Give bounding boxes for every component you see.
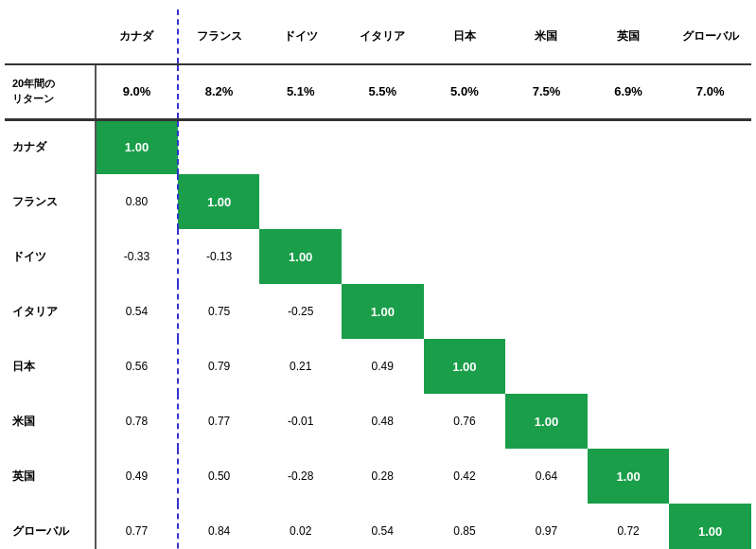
cell-4-0: 0.56 xyxy=(96,339,178,394)
table-row: 米国0.780.77-0.010.480.761.00 xyxy=(5,394,751,449)
correlation-table-wrapper: カナダ フランス ドイツ イタリア 日本 米国 英国 グローバル 20年間の リ… xyxy=(0,0,756,549)
cell-7-1: 0.84 xyxy=(178,504,260,549)
cell-7-5: 0.97 xyxy=(505,504,588,549)
cell-4-1: 0.79 xyxy=(178,339,260,394)
cell-0-3 xyxy=(342,119,424,174)
cell-3-0: 0.54 xyxy=(96,284,178,339)
row-label: イタリア xyxy=(5,284,96,339)
cell-2-5 xyxy=(505,229,588,284)
row-label: 米国 xyxy=(5,394,96,449)
row-label: フランス xyxy=(5,174,96,229)
cell-4-6 xyxy=(588,339,670,394)
cell-4-2: 0.21 xyxy=(259,339,342,394)
cell-5-4: 0.76 xyxy=(424,394,506,449)
header-italy: イタリア xyxy=(342,9,424,64)
cell-5-1: 0.77 xyxy=(178,394,260,449)
table-row: グローバル0.770.840.020.540.850.970.721.00 xyxy=(5,504,751,549)
correlation-table: カナダ フランス ドイツ イタリア 日本 米国 英国 グローバル 20年間の リ… xyxy=(5,9,751,549)
cell-0-7 xyxy=(669,119,751,174)
header-japan: 日本 xyxy=(424,9,506,64)
table-row: イタリア0.540.75-0.251.00 xyxy=(5,284,751,339)
cell-4-5 xyxy=(505,339,588,394)
row-label: ドイツ xyxy=(5,229,96,284)
cell-6-4: 0.42 xyxy=(424,449,506,504)
cell-1-7 xyxy=(669,174,751,229)
returns-italy: 5.5% xyxy=(342,64,424,119)
cell-2-2: 1.00 xyxy=(259,229,342,284)
header-global: グローバル xyxy=(669,9,751,64)
cell-0-4 xyxy=(424,119,506,174)
cell-4-4: 1.00 xyxy=(424,339,506,394)
cell-5-3: 0.48 xyxy=(342,394,424,449)
cell-6-5: 0.64 xyxy=(505,449,588,504)
returns-global: 7.0% xyxy=(669,64,751,119)
header-row: カナダ フランス ドイツ イタリア 日本 米国 英国 グローバル xyxy=(5,9,751,64)
cell-5-0: 0.78 xyxy=(96,394,178,449)
cell-1-5 xyxy=(505,174,588,229)
cell-0-2 xyxy=(259,119,342,174)
cell-0-6 xyxy=(588,119,670,174)
cell-3-4 xyxy=(424,284,506,339)
cell-1-0: 0.80 xyxy=(96,174,178,229)
table-row: 日本0.560.790.210.491.00 xyxy=(5,339,751,394)
cell-6-6: 1.00 xyxy=(588,449,670,504)
cell-2-7 xyxy=(669,229,751,284)
cell-6-2: -0.28 xyxy=(259,449,342,504)
cell-2-0: -0.33 xyxy=(96,229,178,284)
returns-germany: 5.1% xyxy=(259,64,342,119)
cell-7-0: 0.77 xyxy=(96,504,178,549)
cell-3-2: -0.25 xyxy=(259,284,342,339)
cell-0-5 xyxy=(505,119,588,174)
row-label: 英国 xyxy=(5,449,96,504)
cell-1-3 xyxy=(342,174,424,229)
cell-1-2 xyxy=(259,174,342,229)
cell-3-7 xyxy=(669,284,751,339)
header-germany: ドイツ xyxy=(259,9,342,64)
cell-2-1: -0.13 xyxy=(178,229,260,284)
cell-6-0: 0.49 xyxy=(96,449,178,504)
returns-usa: 7.5% xyxy=(505,64,588,119)
cell-3-5 xyxy=(505,284,588,339)
returns-canada: 9.0% xyxy=(96,64,178,119)
cell-7-3: 0.54 xyxy=(342,504,424,549)
header-canada: カナダ xyxy=(96,9,178,64)
cell-4-7 xyxy=(669,339,751,394)
table-row: ドイツ-0.33-0.131.00 xyxy=(5,229,751,284)
cell-6-3: 0.28 xyxy=(342,449,424,504)
cell-0-1 xyxy=(178,119,260,174)
cell-0-0: 1.00 xyxy=(96,119,178,174)
table-row: 英国0.490.50-0.280.280.420.641.00 xyxy=(5,449,751,504)
cell-7-7: 1.00 xyxy=(669,504,751,549)
cell-5-7 xyxy=(669,394,751,449)
cell-3-3: 1.00 xyxy=(342,284,424,339)
returns-label: 20年間の リターン xyxy=(5,64,96,119)
returns-uk: 6.9% xyxy=(588,64,670,119)
cell-7-4: 0.85 xyxy=(424,504,506,549)
cell-4-3: 0.49 xyxy=(342,339,424,394)
cell-1-6 xyxy=(588,174,670,229)
cell-6-1: 0.50 xyxy=(178,449,260,504)
cell-7-6: 0.72 xyxy=(588,504,670,549)
row-label: カナダ xyxy=(5,119,96,174)
header-uk: 英国 xyxy=(588,9,670,64)
cell-2-4 xyxy=(424,229,506,284)
returns-row: 20年間の リターン9.0%8.2%5.1%5.5%5.0%7.5%6.9%7.… xyxy=(5,64,751,119)
header-empty xyxy=(5,9,96,64)
returns-japan: 5.0% xyxy=(424,64,506,119)
header-usa: 米国 xyxy=(505,9,588,64)
table-row: カナダ1.00 xyxy=(5,119,751,174)
table-row: フランス0.801.00 xyxy=(5,174,751,229)
cell-2-6 xyxy=(588,229,670,284)
header-france: フランス xyxy=(178,9,260,64)
cell-1-4 xyxy=(424,174,506,229)
cell-3-6 xyxy=(588,284,670,339)
row-label: 日本 xyxy=(5,339,96,394)
cell-1-1: 1.00 xyxy=(178,174,260,229)
cell-5-2: -0.01 xyxy=(259,394,342,449)
row-label: グローバル xyxy=(5,504,96,549)
cell-7-2: 0.02 xyxy=(259,504,342,549)
cell-3-1: 0.75 xyxy=(178,284,260,339)
cell-2-3 xyxy=(342,229,424,284)
cell-6-7 xyxy=(669,449,751,504)
returns-france: 8.2% xyxy=(178,64,260,119)
